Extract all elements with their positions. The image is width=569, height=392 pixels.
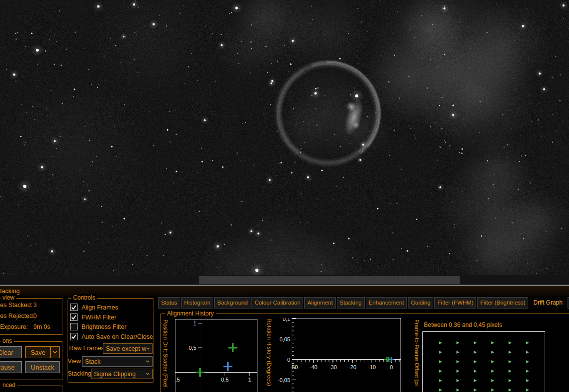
chevron-down-icon (146, 347, 150, 350)
drift-vector-marker (509, 389, 512, 392)
svg-text:0,1: 0,1 (283, 318, 290, 322)
advanced-group-label: nced (0, 382, 17, 389)
frames-rejected-row: es Rejected: 0 (0, 313, 37, 319)
save-button-label: Save (26, 349, 50, 356)
stacking-select[interactable]: Sigma Clipping (91, 369, 153, 379)
svg-text:1: 1 (248, 377, 251, 383)
view-select[interactable]: Stack (82, 356, 153, 367)
alignment-history-label: Alignment History (165, 310, 216, 317)
panel-splitter[interactable] (0, 285, 569, 286)
pause-button[interactable]: Pause (0, 361, 22, 373)
checkbox-box (70, 314, 78, 321)
svg-text:-30: -30 (329, 364, 337, 370)
check-icon (71, 305, 77, 310)
horizontal-scrollbar-thumb[interactable] (199, 276, 460, 284)
drift-vector-marker (526, 341, 529, 344)
save-button[interactable]: Save (25, 346, 60, 358)
raw-frames-value: Save except w (106, 345, 146, 352)
frame-offset-chart (422, 331, 545, 392)
drift-vector-marker (509, 360, 512, 363)
drift-vector-marker (439, 360, 442, 363)
clear-button[interactable]: Clear (0, 346, 22, 358)
drift-vector-marker (457, 379, 460, 382)
drift-vector-marker (509, 370, 512, 373)
drift-vector-marker (526, 351, 529, 354)
rotation-history-plot: 0,10,050-0,05-50-40-30-20-100 (273, 318, 401, 392)
drift-vector-marker (474, 341, 477, 344)
tab-alignment[interactable]: Alignment (304, 297, 335, 309)
drift-vector-marker (474, 389, 477, 392)
svg-text:0: 0 (287, 357, 290, 363)
position-drift-scatter-plot: 0,51-0,50,51 (175, 319, 257, 392)
drift-vector-marker (439, 370, 442, 373)
tab-colour-calibration[interactable]: Colour Calibration (251, 297, 303, 309)
drift-vector-marker (526, 360, 529, 363)
unstack-button[interactable]: Unstack (25, 361, 60, 373)
drift-vector-marker (509, 379, 512, 382)
svg-text:-0,05: -0,05 (278, 377, 290, 383)
drift-vector-marker (457, 351, 460, 354)
exposure-value: 9m 0s (33, 323, 50, 330)
checkbox-fwhm-filter[interactable]: FWHM Filter (70, 314, 116, 321)
raw-frames-select[interactable]: Save except w (103, 343, 153, 354)
drift-vector-marker (439, 389, 442, 392)
checkbox-box (70, 333, 78, 340)
drift-vector-marker (474, 360, 477, 363)
tab-background[interactable]: Background (214, 297, 250, 309)
checkbox-brightness-filter[interactable]: Brightness Filter (70, 323, 126, 330)
drift-vector-marker (439, 351, 442, 354)
svg-text:0,5: 0,5 (221, 377, 229, 383)
drift-vector-marker (491, 351, 494, 354)
save-dropdown-arrow[interactable] (51, 351, 59, 354)
rotation-history-chart: 0,10,050-0,05-50-40-30-20-100 (273, 318, 401, 392)
checkbox-label: Align Frames (81, 304, 118, 311)
svg-text:-40: -40 (310, 364, 318, 370)
checkbox-box (70, 323, 78, 330)
clear-button-label: Clear (0, 349, 13, 356)
chevron-down-icon (53, 351, 57, 354)
tab-filter-brightness[interactable]: Filter (Brightness) (477, 297, 528, 309)
tab-stacking[interactable]: Stacking (337, 297, 365, 309)
tab-histogram[interactable]: Histogram (181, 297, 213, 309)
checkbox-auto-save[interactable]: Auto Save on Clear/Close (70, 333, 153, 340)
view-value: Stack (85, 358, 100, 365)
frames-stacked-row: es Stacked: 3 (0, 302, 37, 309)
drift-vector-marker (491, 379, 494, 382)
checkbox-box (70, 304, 78, 311)
exposure-label: Exposure: (0, 323, 33, 330)
chevron-down-icon (146, 360, 150, 363)
tab-enhancement[interactable]: Enhancement (366, 297, 407, 309)
tab-drift-graph[interactable]: Drift Graph (529, 297, 567, 309)
svg-text:0: 0 (390, 364, 393, 370)
stacking-value: Sigma Clipping (94, 371, 136, 378)
drift-vector-marker (439, 379, 442, 382)
tab-filter-fwhm[interactable]: Filter (FWHM) (434, 297, 476, 309)
stacking-label: Stacking (68, 370, 91, 377)
drift-vector-marker (474, 370, 477, 373)
controls-group-label: Controls (71, 294, 97, 302)
drift-vector-marker (526, 389, 529, 392)
frame-offset-plot (423, 332, 545, 392)
drift-vector-marker (439, 341, 442, 344)
drift-vector-marker (491, 389, 494, 392)
pause-button-label: Pause (0, 364, 14, 371)
unstack-button-label: Unstack (31, 364, 54, 371)
chevron-down-icon (146, 373, 150, 375)
raw-frames-label: Raw Frames (69, 345, 104, 352)
tab-bar: StatusHistogramBackgroundColour Calibrat… (158, 297, 569, 309)
frames-stacked-value: 3 (33, 302, 37, 309)
drift-vector-marker (474, 351, 477, 354)
frames-stacked-label: es Stacked: (0, 302, 33, 309)
frame-offset-caption: Between 0,36 and 0,45 pixels (424, 321, 502, 328)
tab-guiding[interactable]: Guiding (408, 297, 434, 309)
check-icon (71, 314, 77, 320)
position-drift-chart: 0,51-0,50,51 (175, 319, 257, 392)
tab-status[interactable]: Status (158, 297, 180, 309)
checkbox-align-frames[interactable]: Align Frames (70, 304, 118, 311)
drift-vector-marker (491, 360, 494, 363)
stacked-image-canvas[interactable] (0, 0, 569, 275)
drift-vector-marker (457, 389, 460, 392)
frame-offset-axis-label: Frame-to-Frame Offset (pi (414, 319, 420, 392)
checkbox-label: Auto Save on Clear/Close (81, 333, 153, 340)
svg-text:-0,5: -0,5 (175, 377, 180, 383)
